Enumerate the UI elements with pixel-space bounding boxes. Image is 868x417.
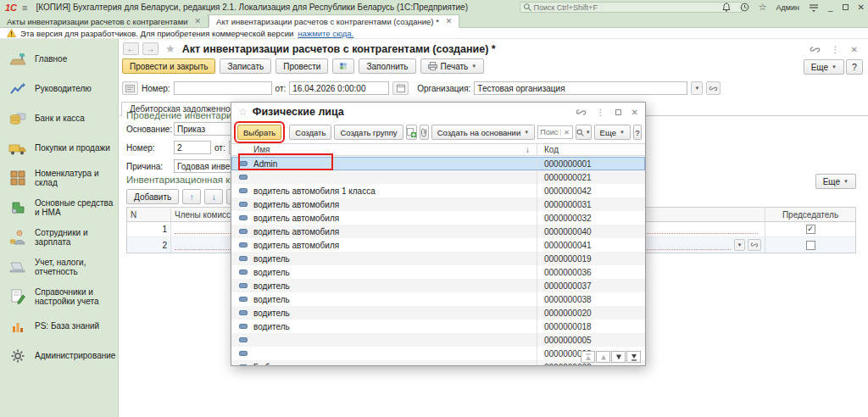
document-help-button[interactable]: ? [846,59,863,75]
current-user[interactable]: Админ [776,3,799,12]
go-last-button[interactable] [626,351,641,363]
person-icon [239,324,248,329]
post-and-close-button[interactable]: Провести и закрыть [122,58,215,74]
sidebar-item-main[interactable]: Главное [0,44,118,74]
back-button[interactable]: ← [123,42,139,55]
sidebar-item-employees-salary[interactable]: Сотрудники и зарплата [0,222,118,252]
organization-open-link-button[interactable] [706,81,721,95]
col-n[interactable]: N [127,208,171,221]
calendar-icon-button[interactable] [392,81,409,95]
sidebar-item-manager[interactable]: Руководителю [0,74,118,103]
close-tab-icon[interactable]: ✕ [195,17,202,25]
chairman-checkbox-unchecked[interactable] [806,241,815,250]
post-button[interactable]: Провести [275,58,328,74]
get-link-icon[interactable] [810,45,821,54]
number-input[interactable] [174,81,272,95]
show-postings-button[interactable] [332,58,354,74]
app-tab-acts-list[interactable]: Акты инвентаризации расчетов с контраген… [0,14,209,28]
sort-descending-icon[interactable]: ↓ [526,145,530,154]
global-search-box[interactable] [520,2,743,13]
dialog-search-input[interactable] [538,128,560,136]
select-button[interactable]: Выбрать [237,125,281,140]
dialog-more-button[interactable]: Еще▼ [594,125,631,140]
person-row[interactable]: водитель 0000000018 [231,320,645,333]
favorite-star-icon[interactable]: ☆ [238,106,248,118]
dialog-help-button[interactable]: ? [633,125,642,140]
buy-commercial-link[interactable]: нажмите сюда. [298,29,353,38]
go-prev-button[interactable] [596,351,610,363]
favorites-star-icon[interactable]: ☆ [759,2,767,13]
organization-input[interactable] [474,81,687,95]
person-row[interactable]: водитель автомобиля 0000000041 [231,238,645,252]
sidebar-item-bank-cash[interactable]: Банк и касса [0,103,118,133]
col-name[interactable]: Имя [253,145,270,154]
col-chairman[interactable]: Председатель [765,208,855,221]
person-row[interactable]: водитель 0000000038 [231,292,645,306]
chairman-checkbox-checked[interactable]: ✓ [806,225,815,234]
create-group-button[interactable]: Создать группу [334,125,403,140]
commission-more-button[interactable]: Еще▼ [815,174,856,189]
document-more-button[interactable]: Еще▼ [804,59,844,75]
attachments-button[interactable] [420,125,429,140]
service-menu-icon[interactable] [809,3,819,12]
minimize-button[interactable]: _ [828,3,833,12]
member-open-link-button[interactable] [748,239,761,251]
sidebar-item-inventory-warehouse[interactable]: Номенклатура и склад [0,163,118,192]
get-link-icon[interactable] [576,108,587,117]
person-row[interactable]: водитель автомобиля 0000000040 [231,225,645,238]
inv-number-input[interactable] [174,141,211,154]
create-button[interactable]: Создать [289,125,331,140]
date-input[interactable] [289,81,389,95]
person-icon [239,310,248,315]
search-options-button[interactable]: ▼ [576,125,592,140]
notifications-bell-icon[interactable] [722,3,731,12]
move-down-button[interactable]: ↓ [204,189,223,204]
person-row[interactable]: 0000000005 [231,333,645,347]
history-clock-icon[interactable] [740,3,749,12]
person-row[interactable]: водитель 0000000037 [231,279,645,292]
sidebar-item-accounting-taxes[interactable]: Учет, налоги, отчетность [0,252,118,281]
organization-label: Организация: [417,84,470,93]
more-menu-icon[interactable]: ⋮ [597,108,605,117]
sidebar-item-administration[interactable]: Администрирование [0,341,118,370]
save-button[interactable]: Записать [220,58,271,74]
person-row[interactable]: Admin 0000000001 [231,157,645,170]
add-member-button[interactable]: Добавить [126,189,179,204]
dialog-search-box[interactable]: ✕ [537,125,572,139]
main-menu-icon[interactable]: ≡ [22,3,27,13]
create-based-on-button[interactable]: Создать на основании▼ [431,125,536,140]
col-code[interactable]: Код [537,144,645,155]
person-row[interactable]: водитель 0000000036 [231,265,645,279]
person-row[interactable]: водитель автомобиля 1 класса 0000000042 [231,184,645,197]
close-document-icon[interactable]: ✕ [851,45,858,54]
forward-button[interactable]: → [142,42,159,55]
close-tab-icon[interactable]: ✕ [446,17,453,25]
person-row[interactable]: 0000000021 [231,170,645,184]
sidebar-item-fixed-assets[interactable]: Основные средства и НМА [0,192,118,222]
clear-search-icon[interactable]: ✕ [560,129,572,136]
member-dropdown-button[interactable]: ▼ [734,239,745,251]
print-button[interactable]: Печать▼ [420,58,485,74]
maximize-dialog-icon[interactable] [615,109,621,115]
sidebar-item-purchases-sales[interactable]: Покупки и продажи [0,133,118,163]
organization-dropdown-button[interactable]: ▼ [691,81,703,95]
person-row[interactable]: водитель автомобиля 0000000032 [231,211,645,225]
fill-button[interactable]: Заполнить [359,58,415,74]
person-row[interactable]: водитель 0000000020 [231,306,645,320]
sidebar-item-knowledge-base[interactable]: PS: База знаний [0,311,118,341]
copy-item-button[interactable] [406,125,417,140]
comment-icon-button[interactable] [122,81,138,95]
app-tab-act-create[interactable]: Акт инвентаризации расчетов с контрагент… [209,14,459,28]
global-search-input[interactable] [531,3,742,12]
go-next-button[interactable] [611,351,626,363]
sidebar-item-directories-settings[interactable]: Справочники и настройки учета [0,281,118,311]
go-first-button[interactable] [581,351,595,363]
close-dialog-icon[interactable]: ✕ [632,108,638,117]
favorite-star-icon[interactable]: ★ [165,42,175,55]
person-row[interactable]: водитель 0000000019 [231,252,645,265]
restore-button[interactable] [843,4,849,10]
person-row[interactable]: водитель автомобиля 0000000031 [231,197,645,211]
move-up-button[interactable]: ↑ [182,189,201,204]
more-menu-icon[interactable]: ⋮ [832,45,840,54]
close-window-button[interactable]: ✕ [858,3,865,12]
